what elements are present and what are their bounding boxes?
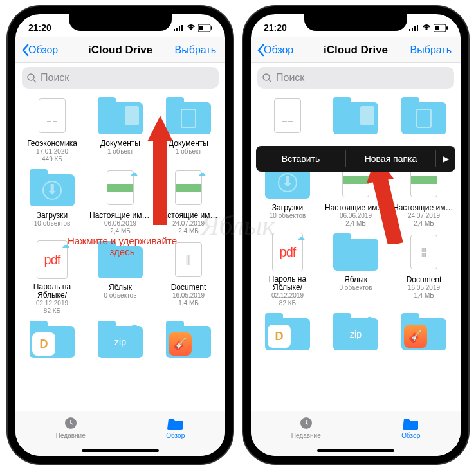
phone-left: 21:20 Обзор iCloud Drive Выбрать Поиск	[8, 6, 233, 464]
folder-item[interactable]: D	[255, 311, 320, 352]
search-icon	[262, 73, 272, 83]
tab-recent[interactable]: Недавние	[291, 415, 321, 439]
page-title: iCloud Drive	[88, 44, 152, 57]
status-time: 21:20	[28, 23, 51, 33]
folder-icon: zip	[98, 326, 143, 358]
search-placeholder: Поиск	[276, 72, 304, 84]
folder-downloads-icon	[30, 174, 75, 206]
item-meta: 16.05.2019	[408, 284, 440, 292]
svg-rect-0	[174, 29, 175, 31]
file-grid: — —— —— — . 449 КБ . . Загрузки 10 объек…	[251, 90, 461, 357]
svg-rect-2	[179, 26, 180, 31]
battery-icon	[434, 24, 448, 32]
notch	[304, 14, 407, 31]
folder-tab-icon	[403, 415, 419, 431]
cloud-download-icon: ☁	[365, 312, 373, 321]
item-meta: 02.12.2019	[36, 300, 68, 307]
search-input[interactable]: Поиск	[257, 67, 454, 89]
file-item[interactable]: pdf☁ Пароль на Яблыке/ 02.12.2019 82 КБ	[255, 231, 320, 307]
context-menu-more[interactable]: ▶	[436, 154, 455, 163]
folder-icon: 🎸	[166, 326, 211, 358]
item-meta: 1 объект	[107, 148, 133, 156]
item-meta: 10 объектов	[270, 212, 306, 220]
phone-right: 21:20 Обзор iCloud Drive Выбрать Поиск	[243, 6, 468, 464]
file-item[interactable]: — —— —— — Геоэкономика 17.01.2020 449 КБ	[19, 95, 85, 163]
folder-item[interactable]: 🎸	[391, 311, 457, 352]
back-button[interactable]: Обзор	[256, 44, 293, 57]
folder-item[interactable]: 🎸	[156, 319, 221, 360]
item-name: Документы	[89, 139, 151, 148]
document-icon: — —— —— —	[274, 98, 301, 133]
item-meta: 0 объектов	[340, 284, 372, 292]
file-item[interactable]: ☁ Настоящие имена...и Appl 06.06.2019 2,…	[87, 167, 153, 235]
cloud-download-icon: ☁	[130, 320, 138, 329]
folder-item[interactable]: Документы 1 объект	[87, 95, 153, 163]
tab-label: Обзор	[401, 432, 420, 439]
back-label: Обзор	[264, 44, 293, 56]
home-indicator[interactable]	[317, 449, 394, 452]
item-meta: 06.06.2019	[104, 220, 136, 228]
item-name: Геоэкономика	[21, 139, 83, 148]
context-menu: Вставить Новая папка ▶	[256, 146, 455, 172]
item-meta: 2,4 МБ	[178, 228, 199, 235]
status-time: 21:20	[264, 23, 287, 33]
cloud-download-icon: ☁	[198, 168, 206, 177]
tab-browse[interactable]: Обзор	[166, 415, 185, 439]
status-icons	[409, 24, 448, 32]
home-indicator[interactable]	[82, 449, 159, 452]
svg-rect-10	[409, 29, 410, 31]
select-button[interactable]: Выбрать	[175, 44, 220, 56]
item-meta: 10 объектов	[34, 220, 71, 228]
svg-line-8	[33, 80, 36, 82]
clock-icon	[298, 415, 314, 431]
folder-item[interactable]: zip☁	[87, 319, 153, 360]
back-label: Обзор	[28, 44, 58, 56]
status-icons	[174, 24, 212, 32]
item-name: Настоящие имена...и Appl	[89, 211, 151, 220]
search-placeholder: Поиск	[41, 72, 69, 84]
item-meta: 1 объект	[176, 148, 201, 156]
item-meta: 2,4 МБ	[110, 228, 131, 235]
signal-icon	[174, 24, 184, 31]
search-input[interactable]: Поиск	[22, 67, 219, 89]
wifi-icon	[422, 24, 431, 31]
svg-rect-13	[417, 25, 418, 31]
svg-rect-6	[211, 26, 212, 30]
document-icon: ||||||||	[410, 235, 437, 269]
svg-rect-1	[176, 28, 178, 31]
folder-icon	[401, 102, 446, 134]
item-meta: 2,4 МБ	[414, 220, 434, 228]
context-menu-paste[interactable]: Вставить	[256, 154, 345, 164]
folder-icon	[98, 102, 143, 134]
file-grid-scroll[interactable]: — —— —— — . 449 КБ . . Загрузки 10 объек…	[251, 90, 461, 411]
item-meta: 82 КБ	[44, 307, 60, 315]
item-name: Document	[158, 283, 219, 292]
folder-item[interactable]: zip☁	[323, 311, 389, 352]
signal-icon	[409, 24, 419, 31]
cloud-download-icon: ☁	[297, 233, 305, 242]
back-button[interactable]: Обзор	[21, 44, 58, 57]
select-button[interactable]: Выбрать	[410, 44, 455, 56]
item-name: Яблык	[89, 283, 151, 292]
comparison-stage: 21:20 Обзор iCloud Drive Выбрать Поиск	[0, 0, 476, 470]
item-meta: 1,4 МБ	[414, 292, 434, 300]
file-grid-scroll[interactable]: — —— —— — Геоэкономика 17.01.2020 449 КБ…	[15, 90, 225, 411]
svg-rect-16	[446, 26, 448, 30]
clock-icon	[63, 415, 78, 431]
folder-item[interactable]: D	[19, 319, 85, 360]
folder-icon: D	[265, 318, 310, 350]
svg-rect-11	[412, 28, 413, 31]
annotation-arrow-icon	[144, 116, 176, 225]
item-name: Document	[393, 275, 455, 284]
item-meta: 2,4 МБ	[345, 220, 366, 228]
folder-icon: D	[30, 326, 75, 358]
item-meta: 82 КБ	[279, 300, 296, 307]
tab-recent[interactable]: Недавние	[56, 415, 86, 439]
context-menu-new-folder[interactable]: Новая папка	[346, 154, 435, 164]
item-meta: 1,4 МБ	[178, 300, 199, 307]
tab-browse[interactable]: Обзор	[401, 415, 420, 439]
notch	[69, 14, 172, 31]
document-icon: — —— —— —	[39, 98, 66, 133]
folder-item[interactable]: Загрузки 10 объектов	[19, 167, 85, 235]
tab-label: Обзор	[166, 432, 185, 439]
